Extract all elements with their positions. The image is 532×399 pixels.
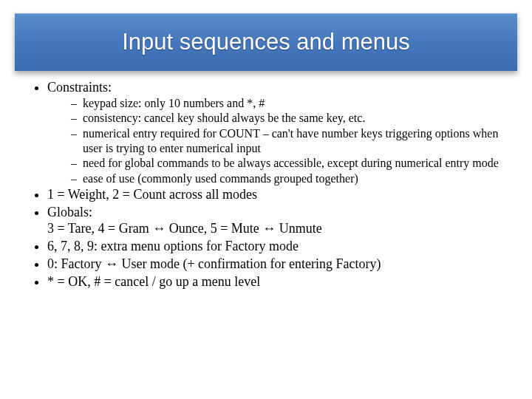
- list-item: ease of use (commonly used commands grou…: [71, 171, 505, 186]
- sub-list: keypad size: only 10 numbers and *, # co…: [47, 96, 505, 185]
- list-item: 6, 7, 8, 9: extra menu options for Facto…: [47, 239, 505, 255]
- list-item: consistency: cancel key should always be…: [71, 111, 505, 126]
- content-area: Constraints: keypad size: only 10 number…: [0, 71, 532, 290]
- list-item: Globals: 3 = Tare, 4 = Gram ↔ Ounce, 5 =…: [47, 205, 505, 237]
- list-item: keypad size: only 10 numbers and *, #: [71, 96, 505, 111]
- list-item: need for global commands to be always ac…: [71, 156, 505, 171]
- list-item: 1 = Weight, 2 = Count across all modes: [47, 187, 505, 203]
- title-bar: Input sequences and menus: [15, 13, 517, 71]
- constraints-label: Constraints:: [47, 80, 112, 95]
- slide-title: Input sequences and menus: [122, 29, 410, 55]
- bullet-list: Constraints: keypad size: only 10 number…: [27, 80, 505, 290]
- list-item: 0: Factory ↔ User mode (+ confirmation f…: [47, 256, 505, 273]
- list-item: numerical entry required for COUNT – can…: [71, 126, 505, 155]
- list-item: * = OK, # = cancel / go up a menu level: [47, 274, 505, 290]
- list-item: Constraints: keypad size: only 10 number…: [47, 80, 505, 185]
